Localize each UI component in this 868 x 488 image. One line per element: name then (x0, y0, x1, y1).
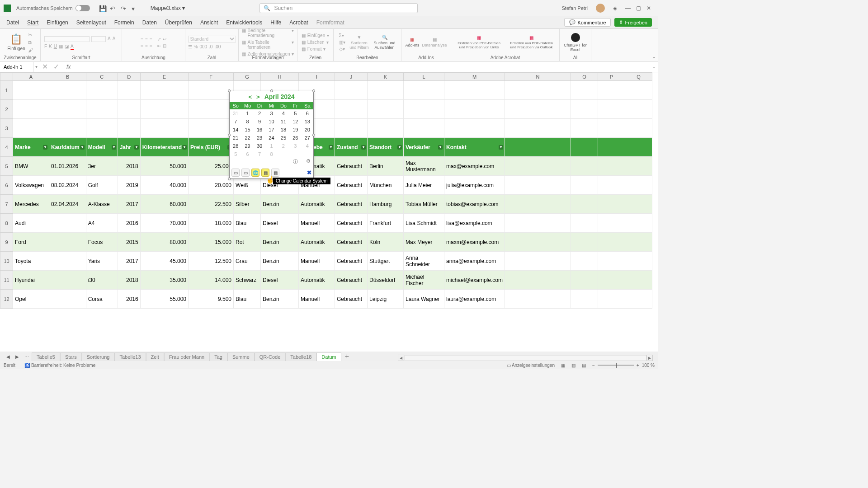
table-cell[interactable]: Frankfurt (368, 214, 404, 233)
cell[interactable] (598, 119, 625, 138)
close-icon[interactable]: ✕ (646, 5, 651, 11)
table-cell[interactable]: i30 (86, 271, 118, 290)
cell[interactable] (505, 138, 571, 157)
col-B[interactable]: B (49, 73, 86, 81)
font-color-icon[interactable]: A (71, 44, 74, 49)
table-header[interactable]: Standort▾ (368, 138, 404, 157)
table-header[interactable]: Marke▾ (13, 138, 49, 157)
cell[interactable] (598, 81, 625, 100)
row-6[interactable]: 6 (0, 176, 13, 195)
autosave-toggle[interactable] (75, 5, 90, 11)
cell[interactable] (140, 119, 188, 138)
table-cell[interactable]: Max Mustermann (404, 157, 444, 176)
table-cell[interactable]: Benzin (261, 233, 299, 252)
table-cell[interactable]: Gebraucht (335, 157, 368, 176)
sort-filter-button[interactable]: ▼Sortieren und Filtern (348, 35, 371, 50)
table-cell[interactable]: lisa@example.com (444, 214, 505, 233)
calendar-system-button[interactable]: 🌐 (251, 169, 259, 177)
col-H[interactable]: H (261, 73, 299, 81)
calendar-day[interactable]: 26 (289, 134, 301, 142)
cell[interactable] (598, 214, 625, 233)
sheet-tab[interactable]: Stars (60, 352, 82, 361)
table-cell[interactable]: Rot (234, 233, 261, 252)
sheet-nav-first-icon[interactable]: ◀ (4, 354, 13, 359)
resize-handle[interactable] (270, 178, 273, 180)
display-settings-button[interactable]: ▭ Anzeigeeinstellungen (507, 363, 555, 368)
table-cell[interactable]: max@example.com (444, 157, 505, 176)
menu-formformat[interactable]: Formformat (316, 19, 344, 26)
calendar-next-button[interactable]: > (256, 94, 260, 100)
expand-formula-bar-icon[interactable]: ⌄ (649, 64, 658, 69)
cell[interactable] (598, 252, 625, 271)
table-cell[interactable]: michael@example.com (444, 271, 505, 290)
cell[interactable] (571, 81, 598, 100)
cut-icon[interactable]: ✂ (28, 32, 33, 38)
cell[interactable] (625, 81, 652, 100)
table-cell[interactable]: 08.02.2024 (49, 176, 86, 195)
cell[interactable] (505, 214, 571, 233)
table-cell[interactable]: Berlin (368, 157, 404, 176)
minimize-icon[interactable]: — (625, 5, 631, 11)
fx-icon[interactable]: fx (62, 64, 75, 70)
table-cell[interactable] (49, 252, 86, 271)
table-cell[interactable]: 02.04.2024 (49, 195, 86, 214)
table-cell[interactable]: Stuttgart (368, 252, 404, 271)
row-12[interactable]: 12 (0, 290, 13, 309)
col-N[interactable]: N (505, 73, 571, 81)
cell[interactable] (335, 119, 368, 138)
cell[interactable] (118, 119, 140, 138)
comments-button[interactable]: 💬 Kommentare (564, 18, 611, 27)
create-pdf-outlook-button[interactable]: ▦Erstellen von PDF-Dateien und Freigeben… (507, 35, 557, 49)
table-cell[interactable]: 2017 (118, 252, 140, 271)
table-cell[interactable]: 15.000 (189, 233, 234, 252)
cell[interactable] (49, 100, 86, 119)
cell[interactable] (598, 233, 625, 252)
table-cell[interactable]: Leipzig (368, 290, 404, 309)
calendar-day[interactable]: 13 (302, 117, 313, 126)
cell[interactable] (625, 157, 652, 176)
table-cell[interactable]: Automatik (299, 233, 335, 252)
table-cell[interactable]: Max Meyer (404, 233, 444, 252)
add-sheet-button[interactable]: + (341, 352, 353, 361)
calendar-day[interactable]: 27 (302, 134, 313, 142)
calendar-day[interactable]: 7 (230, 117, 241, 126)
cell[interactable] (571, 157, 598, 176)
cell[interactable] (571, 138, 598, 157)
cell[interactable] (86, 100, 118, 119)
filter-dropdown-icon[interactable]: ▾ (397, 145, 402, 150)
comma-icon[interactable]: 000 (199, 44, 207, 49)
table-cell[interactable]: Mercedes (13, 195, 49, 214)
calendar-tool-2-icon[interactable]: ▭ (241, 169, 250, 177)
cell[interactable] (625, 252, 652, 271)
calendar-day[interactable]: 11 (278, 117, 289, 126)
table-cell[interactable]: 3er (86, 157, 118, 176)
cell[interactable] (368, 81, 404, 100)
font-family-input[interactable] (44, 36, 90, 42)
col-O[interactable]: O (571, 73, 598, 81)
table-cell[interactable]: Gebraucht (335, 195, 368, 214)
calendar-day[interactable]: 6 (302, 109, 313, 117)
status-accessibility[interactable]: ♿ Barrierefreiheit: Keine Probleme (24, 363, 95, 368)
table-cell[interactable]: Diesel (261, 214, 299, 233)
table-cell[interactable]: Düsseldorf (368, 271, 404, 290)
calendar-day[interactable]: 18 (278, 126, 289, 134)
cell[interactable] (444, 81, 505, 100)
menu-hilfe[interactable]: Hilfe (270, 19, 281, 26)
calendar-day[interactable]: 23 (254, 134, 265, 142)
cell[interactable] (598, 195, 625, 214)
col-A[interactable]: A (13, 73, 49, 81)
table-header[interactable]: Jahr▾ (118, 138, 140, 157)
cell[interactable] (625, 195, 652, 214)
calendar-prev-button[interactable]: < (248, 94, 252, 100)
decrease-indent-icon[interactable]: ⇤ (157, 43, 161, 48)
cell[interactable] (571, 176, 598, 195)
zoom-out-icon[interactable]: − (592, 363, 595, 368)
col-I[interactable]: I (299, 73, 335, 81)
menu-daten[interactable]: Daten (142, 19, 157, 26)
table-cell[interactable]: 20.000 (189, 176, 234, 195)
table-cell[interactable]: Gebraucht (335, 214, 368, 233)
row-9[interactable]: 9 (0, 233, 13, 252)
filter-dropdown-icon[interactable]: ▾ (438, 145, 443, 150)
col-E[interactable]: E (140, 73, 188, 81)
cell[interactable] (571, 214, 598, 233)
